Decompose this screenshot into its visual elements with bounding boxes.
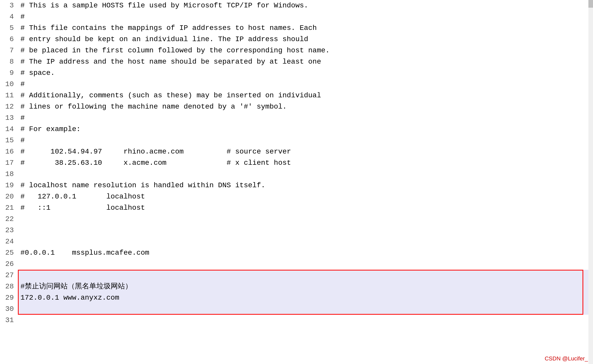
line-number-15: 15 bbox=[0, 135, 18, 146]
code-line-18 bbox=[18, 169, 588, 180]
code-line-16: # 102.54.94.97 rhino.acme.com # source s… bbox=[18, 146, 588, 157]
code-line-23 bbox=[18, 225, 588, 236]
line-number-7: 7 bbox=[0, 45, 18, 56]
code-line-29: 172.0.0.1 www.anyxz.com bbox=[18, 292, 588, 303]
editor-container: 3456789101112131415161718192021222324252… bbox=[0, 0, 588, 364]
code-line-21: # ::1 localhost bbox=[18, 202, 588, 214]
line-number-11: 11 bbox=[0, 90, 18, 101]
scrollbar-thumb[interactable] bbox=[588, 0, 593, 8]
code-line-3: # This is a sample HOSTS file used by Mi… bbox=[18, 0, 588, 11]
code-line-17: # 38.25.63.10 x.acme.com # x client host bbox=[18, 157, 588, 169]
line-number-13: 13 bbox=[0, 112, 18, 124]
code-line-26 bbox=[18, 259, 588, 270]
line-number-10: 10 bbox=[0, 79, 18, 90]
line-number-25: 25 bbox=[0, 247, 18, 259]
line-number-30: 30 bbox=[0, 303, 18, 315]
line-number-6: 6 bbox=[0, 34, 18, 45]
code-line-15: # bbox=[18, 135, 588, 146]
code-line-6: # entry should be kept on an individual … bbox=[18, 34, 588, 45]
code-content[interactable]: # This is a sample HOSTS file used by Mi… bbox=[18, 0, 588, 364]
code-line-7: # be placed in the first column followed… bbox=[18, 45, 588, 56]
line-number-20: 20 bbox=[0, 191, 18, 202]
code-line-5: # This file contains the mappings of IP … bbox=[18, 22, 588, 34]
line-number-5: 5 bbox=[0, 22, 18, 34]
line-number-28: 28 bbox=[0, 281, 18, 292]
line-number-27: 27 bbox=[0, 270, 18, 281]
line-number-19: 19 bbox=[0, 180, 18, 191]
code-line-10: # bbox=[18, 79, 588, 90]
code-line-19: # localhost name resolution is handled w… bbox=[18, 180, 588, 191]
code-line-11: # Additionally, comments (such as these)… bbox=[18, 90, 588, 101]
line-number-17: 17 bbox=[0, 157, 18, 169]
line-number-29: 29 bbox=[0, 292, 18, 303]
line-number-22: 22 bbox=[0, 214, 18, 225]
code-line-13: # bbox=[18, 112, 588, 124]
line-number-24: 24 bbox=[0, 236, 18, 247]
code-line-20: # 127.0.0.1 localhost bbox=[18, 191, 588, 202]
code-line-31 bbox=[18, 315, 588, 326]
line-number-3: 3 bbox=[0, 0, 18, 11]
line-number-4: 4 bbox=[0, 11, 18, 22]
line-number-16: 16 bbox=[0, 146, 18, 157]
line-number-14: 14 bbox=[0, 124, 18, 135]
code-line-28: #禁止访问网站（黑名单垃圾网站） bbox=[18, 281, 588, 292]
line-number-8: 8 bbox=[0, 56, 18, 67]
code-line-4: # bbox=[18, 11, 588, 22]
code-line-24 bbox=[18, 236, 588, 247]
line-numbers: 3456789101112131415161718192021222324252… bbox=[0, 0, 18, 364]
code-line-8: # The IP address and the host name shoul… bbox=[18, 56, 588, 67]
code-line-27 bbox=[18, 270, 588, 281]
code-line-9: # space. bbox=[18, 67, 588, 79]
line-number-23: 23 bbox=[0, 225, 18, 236]
line-number-31: 31 bbox=[0, 315, 18, 326]
code-line-30 bbox=[18, 303, 588, 315]
code-line-12: # lines or following the machine name de… bbox=[18, 101, 588, 112]
line-number-18: 18 bbox=[0, 169, 18, 180]
code-line-14: # For example: bbox=[18, 124, 588, 135]
line-number-12: 12 bbox=[0, 101, 18, 112]
line-number-21: 21 bbox=[0, 202, 18, 214]
line-number-26: 26 bbox=[0, 259, 18, 270]
scrollbar-vertical[interactable] bbox=[588, 0, 593, 364]
code-line-22 bbox=[18, 214, 588, 225]
line-number-9: 9 bbox=[0, 67, 18, 79]
code-line-25: #0.0.0.1 mssplus.mcafee.com bbox=[18, 247, 588, 259]
watermark: CSDN @Lucifer_ bbox=[545, 355, 588, 362]
